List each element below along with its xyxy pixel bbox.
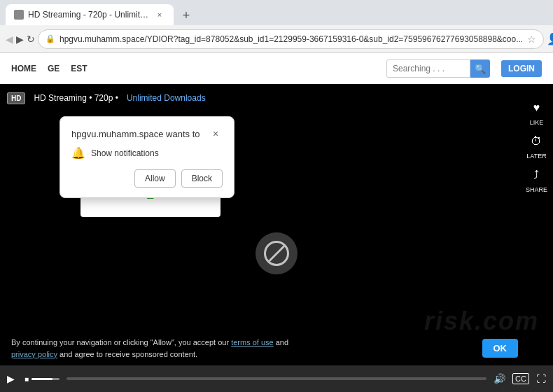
play-slash-icon: [264, 241, 289, 266]
play-overlay[interactable]: [255, 232, 298, 274]
bookmark-icon[interactable]: ☆: [527, 34, 536, 45]
allow-button[interactable]: Allow: [134, 169, 176, 188]
reload-button[interactable]: ↻: [27, 29, 35, 49]
nav-home[interactable]: HOME: [11, 64, 36, 74]
bell-icon: 🔔: [71, 146, 85, 160]
consent-bar: By continuing your navigation or clickin…: [0, 331, 553, 365]
search-input[interactable]: [386, 59, 470, 78]
like-label: LIKE: [530, 119, 544, 126]
login-button[interactable]: LOGIN: [501, 60, 542, 77]
popup-close-button[interactable]: ×: [209, 127, 223, 141]
site-header: HOME GE EST 🔍 LOGIN: [0, 53, 553, 84]
notification-text: Show notifications: [91, 148, 159, 158]
toolbar: ◀ ▶ ↻ 🔒 hpgvu.muhamm.space/YDIOR?tag_id=…: [0, 25, 553, 53]
profile-button[interactable]: 👤: [547, 29, 553, 49]
active-tab[interactable]: HD Streaming - 720p - Unlimite... ×: [6, 4, 174, 25]
nav-ge[interactable]: GE: [48, 64, 59, 74]
share-label: SHARE: [526, 186, 547, 193]
consent-text-middle: and: [276, 338, 288, 346]
url-text: hpgvu.muhamm.space/YDIOR?tag_id=878052&s…: [59, 34, 523, 44]
volume-icon[interactable]: 🔊: [493, 373, 505, 384]
play-button[interactable]: ▶: [7, 373, 15, 384]
fullscreen-button[interactable]: ⛶: [536, 373, 546, 384]
share-action[interactable]: ⤴ SHARE: [526, 165, 547, 193]
ok-button[interactable]: OK: [482, 339, 519, 358]
tab-bar: HD Streaming - 720p - Unlimite... × +: [0, 0, 553, 25]
lock-icon: 🔒: [46, 34, 55, 43]
tab-title: HD Streaming - 720p - Unlimite...: [28, 10, 150, 20]
consent-text: By continuing your navigation or clickin…: [11, 337, 288, 360]
tab-close-button[interactable]: ×: [154, 9, 165, 20]
like-icon: ♥: [526, 98, 546, 118]
terms-link[interactable]: terms of use: [231, 338, 274, 346]
search-button[interactable]: 🔍: [470, 59, 490, 78]
banner-link[interactable]: Unlimited Downloads: [127, 93, 206, 103]
privacy-link[interactable]: privacy policy: [11, 350, 57, 358]
later-action[interactable]: ⏱ LATER: [526, 132, 546, 160]
banner-text: HD Streaming • 720p •: [34, 93, 118, 103]
volume-low-icon: ■: [24, 375, 29, 383]
consent-text-after: and agree to receive sponsored content.: [59, 350, 197, 358]
block-button[interactable]: Block: [181, 169, 223, 188]
forward-button[interactable]: ▶: [16, 29, 24, 49]
later-icon: ⏱: [526, 132, 546, 151]
progress-bar[interactable]: [66, 377, 486, 380]
new-tab-button[interactable]: +: [176, 6, 196, 25]
later-label: LATER: [526, 153, 546, 160]
back-button[interactable]: ◀: [6, 29, 13, 49]
popup-notification-row: 🔔 Show notifications: [71, 146, 223, 160]
hd-badge: HD: [7, 92, 25, 104]
popup-title: hpgvu.muhamm.space wants to: [71, 129, 200, 139]
tab-favicon: [14, 10, 24, 20]
notification-popup: hpgvu.muhamm.space wants to × 🔔 Show not…: [59, 116, 234, 198]
popup-actions: Allow Block: [71, 169, 223, 188]
search-icon: 🔍: [475, 64, 486, 74]
like-action[interactable]: ♥ LIKE: [526, 98, 546, 126]
share-icon: ⤴: [526, 165, 546, 185]
site-search: 🔍: [386, 59, 490, 78]
page-content: HOME GE EST 🔍 LOGIN HD HD Streaming • 72…: [0, 53, 553, 392]
nav-est[interactable]: EST: [71, 64, 87, 74]
address-bar[interactable]: 🔒 hpgvu.muhamm.space/YDIOR?tag_id=878052…: [38, 29, 544, 49]
popup-header: hpgvu.muhamm.space wants to ×: [71, 127, 223, 141]
video-controls-bar: ▶ ■ 🔊 CC ⛶: [0, 365, 553, 392]
video-top-banner: HD HD Streaming • 720p • Unlimited Downl…: [0, 84, 553, 112]
cc-button[interactable]: CC: [512, 373, 529, 384]
video-sidebar: ♥ LIKE ⏱ LATER ⤴ SHARE: [526, 98, 547, 193]
consent-text-before: By continuing your navigation or clickin…: [11, 338, 229, 346]
browser-frame: HD Streaming - 720p - Unlimite... × + ◀ …: [0, 0, 553, 392]
